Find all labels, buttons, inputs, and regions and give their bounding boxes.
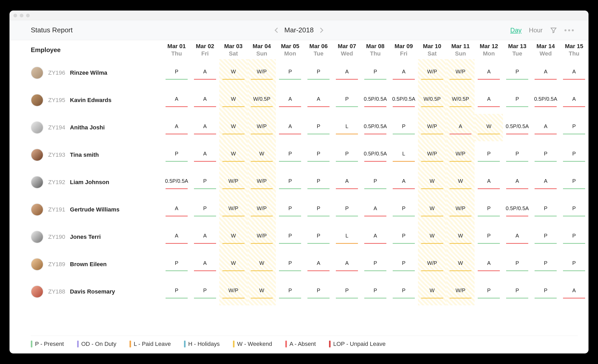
status-cell[interactable]: A [560,59,588,87]
status-cell[interactable]: A [446,114,475,141]
view-hour-link[interactable]: Hour [529,27,543,34]
table-row[interactable]: ZY193Tina smithPAWWPPP0.5P/0.5ALW/PW/PPP… [10,141,588,169]
status-cell[interactable]: P [276,278,304,305]
employee-cell[interactable]: ZY188Davis Rosemary [10,278,162,305]
status-cell[interactable]: P [304,223,333,251]
status-cell[interactable]: A [191,114,219,141]
status-cell[interactable]: 0.5P/0.5A [503,114,531,141]
status-cell[interactable]: P [531,223,560,251]
status-cell[interactable]: W/P [446,278,475,305]
status-cell[interactable]: A [560,87,588,114]
status-cell[interactable]: W/P [248,169,276,196]
status-cell[interactable]: A [475,59,503,87]
employee-cell[interactable]: ZY191Gertrude Williams [10,196,162,223]
status-cell[interactable]: P [361,251,390,278]
employee-cell[interactable]: ZY189Brown Eileen [10,251,162,278]
status-cell[interactable]: P [333,278,361,305]
status-cell[interactable]: W [219,141,248,169]
status-cell[interactable]: P [276,196,304,223]
status-cell[interactable]: L [333,114,361,141]
status-cell[interactable]: P [390,114,418,141]
status-cell[interactable]: P [560,251,588,278]
status-cell[interactable]: A [162,87,191,114]
status-cell[interactable]: A [304,251,333,278]
status-cell[interactable]: P [390,278,418,305]
status-cell[interactable]: P [333,196,361,223]
employee-cell[interactable]: ZY193Tina smith [10,141,162,169]
table-row[interactable]: ZY189Brown EileenPAWWPAAPPW/PWAPPP [10,251,588,278]
status-cell[interactable]: W/P [248,223,276,251]
status-cell[interactable]: A [361,223,390,251]
window-min-dot[interactable] [20,14,23,17]
status-cell[interactable]: W [475,114,503,141]
status-cell[interactable]: A [531,114,560,141]
status-cell[interactable]: 0.5P/0.5A [361,114,390,141]
status-cell[interactable]: P [276,251,304,278]
status-cell[interactable]: P [162,278,191,305]
status-cell[interactable]: W/P [248,114,276,141]
status-cell[interactable]: A [276,87,304,114]
status-cell[interactable]: P [304,114,333,141]
status-cell[interactable]: 0.5P/0.5A [531,87,560,114]
status-cell[interactable]: P [475,278,503,305]
status-cell[interactable]: P [304,196,333,223]
status-cell[interactable]: W/0.5P [418,87,446,114]
status-cell[interactable]: A [531,169,560,196]
status-cell[interactable]: W/P [219,169,248,196]
window-close-dot[interactable] [13,14,17,17]
employee-cell[interactable]: ZY194Anitha Joshi [10,114,162,141]
status-cell[interactable]: W [219,59,248,87]
status-cell[interactable]: P [333,87,361,114]
status-cell[interactable]: A [390,169,418,196]
status-cell[interactable]: P [503,278,531,305]
status-cell[interactable]: W/P [219,196,248,223]
status-cell[interactable]: P [503,251,531,278]
status-cell[interactable]: W [248,278,276,305]
status-cell[interactable]: W/P [446,196,475,223]
status-cell[interactable]: A [531,59,560,87]
status-cell[interactable]: A [162,114,191,141]
status-cell[interactable]: A [191,141,219,169]
status-cell[interactable]: L [333,223,361,251]
status-cell[interactable]: A [304,87,333,114]
status-cell[interactable]: P [560,141,588,169]
table-row[interactable]: ZY190Jones TerriAAWW/PPPLAPWWPAPP [10,223,588,251]
status-cell[interactable]: W/0.5P [248,87,276,114]
status-cell[interactable]: W [248,251,276,278]
status-cell[interactable]: P [361,169,390,196]
status-cell[interactable]: A [560,278,588,305]
status-cell[interactable]: W [418,223,446,251]
status-cell[interactable]: P [304,141,333,169]
status-cell[interactable]: P [191,196,219,223]
status-cell[interactable]: A [191,59,219,87]
status-cell[interactable]: P [531,278,560,305]
status-cell[interactable]: P [560,196,588,223]
status-cell[interactable]: P [560,169,588,196]
status-cell[interactable]: A [333,169,361,196]
more-menu-icon[interactable]: ••• [564,26,575,34]
status-cell[interactable]: 0.5P/0.5A [361,87,390,114]
status-cell[interactable]: P [304,278,333,305]
status-cell[interactable]: W/P [418,59,446,87]
status-cell[interactable]: P [304,59,333,87]
status-cell[interactable]: P [390,196,418,223]
status-cell[interactable]: W [219,114,248,141]
status-cell[interactable]: P [276,169,304,196]
status-cell[interactable]: W/P [418,114,446,141]
status-cell[interactable]: W [418,196,446,223]
status-cell[interactable]: A [191,87,219,114]
employee-cell[interactable]: ZY190Jones Terri [10,223,162,251]
status-cell[interactable]: A [162,196,191,223]
status-cell[interactable]: W [219,87,248,114]
status-cell[interactable]: A [475,251,503,278]
status-cell[interactable]: 0.5P/0.5A [503,196,531,223]
status-cell[interactable]: P [361,278,390,305]
status-cell[interactable]: W/P [248,196,276,223]
status-cell[interactable]: A [503,223,531,251]
table-row[interactable]: ZY188Davis RosemaryPPW/PWPPPPPWW/PPPPA [10,278,588,305]
status-cell[interactable]: W/P [418,251,446,278]
next-month-button[interactable] [318,28,323,33]
table-row[interactable]: ZY195Kavin EdwardsAAWW/0.5PAAP0.5P/0.5A0… [10,87,588,114]
status-cell[interactable]: P [333,141,361,169]
table-row[interactable]: ZY196Rinzee WilmaPAWW/PPPAPAW/PW/PAPAA [10,59,588,87]
